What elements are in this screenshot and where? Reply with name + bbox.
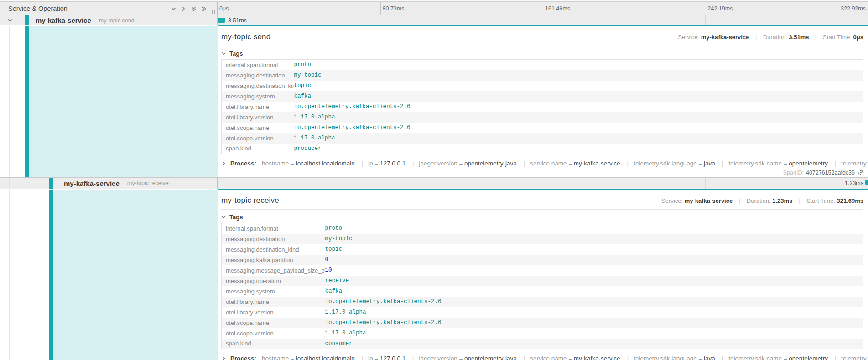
- span-operation-name: my-topic receive: [127, 180, 169, 186]
- tag-row: span.kind producer: [222, 144, 863, 154]
- tag-key: messaging.destination: [222, 70, 294, 81]
- tag-key: otel.scope.name: [222, 318, 325, 328]
- column-divider: [217, 178, 218, 189]
- process-accordion-header[interactable]: Process: hostname = localhost.localdomai…: [221, 355, 863, 360]
- tag-value: 1.17.0-alpha: [294, 133, 863, 144]
- tag-key: messaging.message_payload_size_bytes: [222, 265, 325, 276]
- tags-accordion-header[interactable]: Tags: [221, 50, 863, 57]
- service-color-bar: [49, 190, 53, 360]
- tag-key: messaging.system: [222, 91, 294, 102]
- meta-duration: 1.23ms: [772, 197, 792, 204]
- collapse-children-icon[interactable]: [7, 15, 13, 25]
- tag-key: span.kind: [222, 339, 325, 349]
- service-color-bar: [49, 178, 53, 189]
- chevron-down-icon[interactable]: [170, 5, 177, 12]
- column-resize-handle[interactable]: [212, 10, 215, 14]
- span-detail-card: my-topic receive Service: my-kafka-servi…: [218, 190, 868, 360]
- tag-value: consumer: [325, 339, 863, 349]
- span-id-line: SpanID: 407276152aafdc36: [221, 170, 863, 176]
- tags-label: Tags: [229, 214, 243, 221]
- meta-service: my-kafka-service: [701, 34, 749, 41]
- tag-value: io.opentelemetry.kafka-clients-2.6: [294, 123, 863, 133]
- tag-key: otel.scope.version: [222, 133, 294, 144]
- timeline-tick: 322.92ms: [841, 2, 868, 15]
- tag-value: 10: [325, 265, 863, 276]
- span-detail-row-send: my-topic send Service: my-kafka-service …: [0, 26, 868, 177]
- tag-row: messaging.destination my-topic: [222, 70, 863, 81]
- span-duration-label: 3.51ms: [228, 15, 247, 25]
- process-tag: telemetry.sdk.language = java: [622, 355, 715, 360]
- tag-key: otel.library.name: [222, 102, 294, 112]
- tag-value: 1.17.0-alpha: [325, 328, 863, 339]
- tag-row: messaging.operation receive: [222, 276, 863, 286]
- process-tag: jaeger.version = opentelemetry-java: [407, 355, 517, 360]
- process-tag: service.name = my-kafka-service: [519, 355, 620, 360]
- span-duration-bar[interactable]: [865, 180, 868, 185]
- tag-value: io.opentelemetry.kafka-clients-2.6: [325, 297, 863, 307]
- timeline-tick: 242.19ms: [706, 2, 733, 15]
- tag-key: internal.span.format: [222, 223, 325, 234]
- tag-row: otel.library.version 1.17.0-alpha: [222, 307, 863, 318]
- timeline-collapse-toolbar: [170, 2, 207, 15]
- tag-value: 1.17.0-alpha: [325, 307, 863, 318]
- tag-key: otel.scope.version: [222, 328, 325, 339]
- span-service-name: my-kafka-service: [36, 16, 91, 24]
- timeline-tick: 0μs: [218, 2, 229, 15]
- chevron-down-icon: [221, 51, 226, 56]
- tag-key: messaging.operation: [222, 276, 325, 286]
- indent-guide: [9, 26, 10, 177]
- tag-row: span.kind consumer: [222, 339, 863, 349]
- chevron-right-icon[interactable]: [180, 5, 187, 12]
- tag-key: messaging.destination_kind: [222, 81, 294, 91]
- tag-value: io.opentelemetry.kafka-clients-2.6: [294, 102, 863, 112]
- tag-key: span.kind: [222, 144, 294, 154]
- tags-table: internal.span.format proto messaging.des…: [221, 223, 863, 349]
- tag-row: messaging.kafka.partition 0: [222, 255, 863, 265]
- tag-value: proto: [325, 223, 863, 234]
- tags-label: Tags: [229, 50, 243, 57]
- span-duration-label: 1.23ms: [845, 178, 863, 189]
- process-accordion-header[interactable]: Process: hostname = localhost.localdomai…: [221, 160, 863, 167]
- service-color-bar: [25, 26, 29, 177]
- span-id-label: SpanID:: [783, 170, 804, 176]
- tag-key: otel.library.name: [222, 297, 325, 307]
- tag-row: otel.scope.name io.opentelemetry.kafka-c…: [222, 123, 863, 133]
- tags-table: internal.span.format proto messaging.des…: [221, 59, 863, 154]
- tag-row: otel.library.name io.opentelemetry.kafka…: [222, 102, 863, 112]
- process-tag: ip = 127.0.0.1: [357, 355, 406, 360]
- process-tag: telemetry.sdk.language = java: [622, 160, 715, 167]
- top-divider: [0, 0, 868, 2]
- meta-start-time: 0μs: [853, 34, 863, 41]
- chevron-down-icon: [221, 215, 226, 220]
- timeline-ruler[interactable]: 0μs 80.73ms 161.46ms 242.19ms 322.92ms: [218, 2, 868, 15]
- double-chevron-down-icon[interactable]: [190, 5, 197, 12]
- chevron-right-icon: [221, 356, 226, 360]
- tag-key: otel.library.version: [222, 112, 294, 123]
- span-detail-meta: Service: my-kafka-service | Duration: 1.…: [661, 197, 863, 204]
- indent-guide: [29, 178, 29, 189]
- span-row-receive[interactable]: my-kafka-service my-topic receive 1.23ms: [0, 177, 868, 189]
- process-tag: service.name = my-kafka-service: [519, 160, 620, 167]
- process-tag: hostname = localhost.localdomain: [262, 355, 355, 360]
- tag-row: otel.scope.version 1.17.0-alpha: [222, 328, 863, 339]
- tag-row: otel.scope.version 1.17.0-alpha: [222, 133, 863, 144]
- tag-value: my-topic: [294, 70, 863, 81]
- link-icon[interactable]: [857, 170, 863, 176]
- tag-key: messaging.system: [222, 286, 325, 297]
- expanded-row-accent: [29, 26, 218, 177]
- timeline-tick: 161.46ms: [543, 2, 570, 15]
- trace-timeline-view: Service & Operation 0μs 80.73ms 161: [0, 0, 868, 360]
- span-detail-meta: Service: my-kafka-service | Duration: 3.…: [678, 34, 863, 41]
- span-row-send[interactable]: my-kafka-service my-topic send 3.51ms: [0, 15, 868, 25]
- double-chevron-right-icon[interactable]: [200, 5, 207, 12]
- process-tag: ip = 127.0.0.1: [357, 160, 406, 167]
- tag-value: io.opentelemetry.kafka-clients-2.6: [325, 318, 863, 328]
- tag-value: topic: [325, 244, 863, 255]
- service-operation-title: Service & Operation: [8, 2, 68, 15]
- tag-row: otel.library.version 1.17.0-alpha: [222, 112, 863, 123]
- tag-key: internal.span.format: [222, 60, 294, 70]
- tags-accordion-header[interactable]: Tags: [221, 214, 863, 221]
- tag-value: proto: [294, 60, 863, 70]
- span-detail-title: my-topic receive: [221, 196, 279, 205]
- span-duration-bar[interactable]: [218, 18, 225, 23]
